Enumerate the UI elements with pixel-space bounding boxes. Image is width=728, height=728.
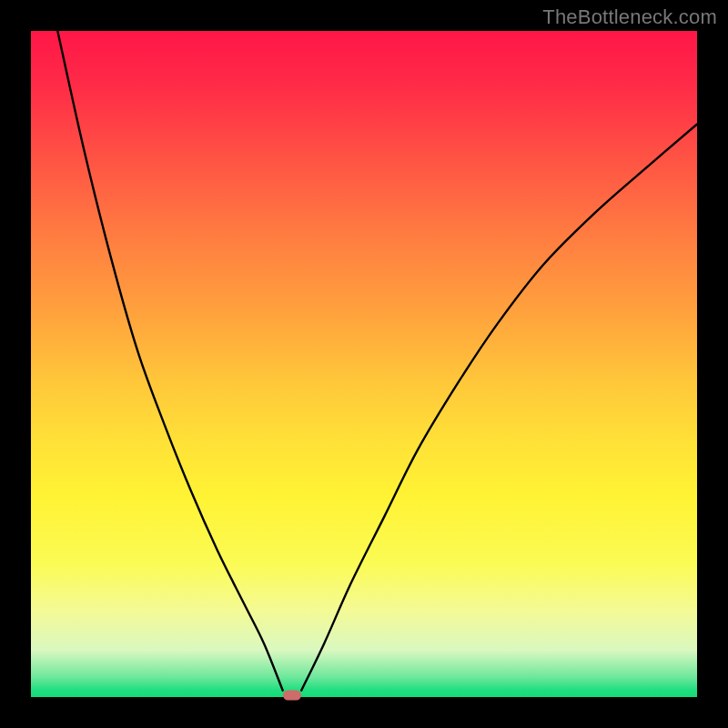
curve-right-branch — [301, 124, 697, 690]
chart-frame: TheBottleneck.com — [0, 0, 728, 728]
watermark-text: TheBottleneck.com — [542, 5, 717, 29]
plot-area — [31, 31, 697, 697]
bottleneck-curve — [31, 31, 697, 697]
curve-left-branch — [57, 31, 282, 691]
minimum-marker — [283, 690, 301, 700]
